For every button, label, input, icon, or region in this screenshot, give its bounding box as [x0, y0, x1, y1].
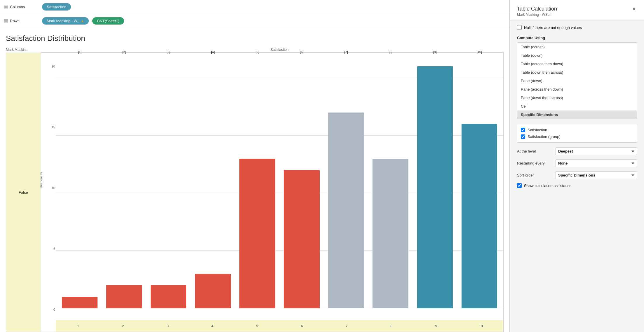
svg-rect-6	[4, 21, 8, 22]
rows-label: Rows	[4, 19, 39, 23]
bars-inner: [1] [2] [3]	[56, 55, 503, 308]
bars-area: Responses 0 5 10 15 20	[41, 52, 504, 332]
x-axis: 1 2 3 4 5 6 7 8 9 10	[56, 320, 503, 332]
chart-main-area: False Responses 0 5 10 15 20	[6, 52, 504, 332]
bar-group-8: [8]	[370, 55, 412, 308]
x-tick-10: 10	[459, 320, 503, 332]
bar-group-3: [3]	[147, 55, 189, 308]
bar-3	[151, 285, 186, 308]
y-tick-20: 20	[52, 65, 55, 68]
svg-rect-1	[5, 6, 6, 8]
dimension-satisfaction-label: Satisfaction	[528, 128, 547, 132]
panel-title-group: Table Calculation Mark Masking - WSum	[517, 6, 557, 17]
columns-toolbar-row: Columns Satisfaction	[0, 0, 509, 14]
bar-9	[417, 66, 453, 308]
x-tick-2: 2	[100, 320, 145, 332]
svg-rect-4	[4, 19, 8, 20]
warning-triangle-icon: ▲	[81, 19, 84, 23]
y-tick-10: 10	[52, 186, 55, 190]
sort-order-select[interactable]: Specific Dimensions Data Source Order Al…	[556, 171, 637, 179]
bar-2	[106, 285, 142, 308]
panel-body: Null if there are not enough values Comp…	[510, 20, 644, 332]
bar-label-7: [7]	[344, 50, 348, 54]
bar-8	[373, 159, 408, 308]
x-tick-7: 7	[324, 320, 369, 332]
bar-label-4: [4]	[211, 50, 215, 54]
chart-container: Satisfaction Distribution Mark Maskin.. …	[0, 28, 509, 332]
compute-cell[interactable]: Cell	[517, 102, 637, 110]
bar-5	[239, 159, 275, 308]
show-assistance-label: Show calculation assistance	[524, 184, 572, 188]
bar-group-6: [6]	[281, 55, 323, 308]
restarting-every-label: Restarting every	[517, 161, 552, 165]
compute-pane-down-then-across[interactable]: Pane (down then across)	[517, 94, 637, 102]
x-tick-5: 5	[235, 320, 279, 332]
mark-masking-col-header: Mark Maskin..	[6, 48, 55, 52]
sort-order-label: Sort order	[517, 173, 552, 177]
show-assistance-checkbox[interactable]	[517, 183, 522, 188]
null-values-label: Null if there are not enough values	[524, 25, 582, 30]
bar-4	[195, 274, 231, 308]
at-the-level-row: At the level Deepest Satisfaction Satisf…	[517, 147, 637, 155]
svg-rect-5	[4, 20, 8, 21]
bar-group-7: [7]	[325, 55, 367, 308]
bar-group-5: [5]	[236, 55, 278, 308]
bar-label-9: [9]	[433, 50, 437, 54]
table-calculation-panel: Table Calculation Mark Masking - WSum × …	[510, 0, 644, 332]
bar-group-1: [1]	[59, 55, 101, 308]
null-values-checkbox[interactable]	[517, 25, 522, 30]
y-tick-15: 15	[52, 125, 55, 129]
x-tick-8: 8	[369, 320, 414, 332]
dimension-satisfaction-checkbox[interactable]	[521, 128, 525, 132]
bars-grid: [1] [2] [3]	[56, 55, 503, 308]
dimension-satisfaction-group: Satisfaction (group)	[521, 133, 633, 140]
columns-satisfaction-pill[interactable]: Satisfaction	[42, 3, 71, 11]
bar-group-4: [4]	[192, 55, 234, 308]
compute-pane-down[interactable]: Pane (down)	[517, 77, 637, 85]
rows-cnt-pill[interactable]: CNT(Sheet1)	[92, 17, 124, 25]
show-assistance-row: Show calculation assistance	[517, 183, 637, 188]
bar-group-10: [10]	[458, 55, 500, 308]
columns-label: Columns	[4, 5, 39, 9]
y-axis-label: Responses	[39, 172, 43, 188]
dimension-satisfaction: Satisfaction	[521, 127, 633, 133]
chart-panel: Columns Satisfaction Rows Mark Masking -…	[0, 0, 510, 332]
bar-group-9: [9]	[414, 55, 456, 308]
rows-icon	[4, 19, 8, 23]
bar-label-1: [1]	[78, 50, 81, 54]
at-the-level-select[interactable]: Deepest Satisfaction Satisfaction (group…	[556, 147, 637, 155]
bar-7	[328, 113, 364, 308]
at-the-level-label: At the level	[517, 149, 552, 153]
compute-table-down[interactable]: Table (down)	[517, 51, 637, 60]
compute-table-down-then-across[interactable]: Table (down then across)	[517, 68, 637, 77]
x-tick-9: 9	[414, 320, 458, 332]
dimension-satisfaction-group-label: Satisfaction (group)	[528, 134, 561, 139]
bar-label-8: [8]	[389, 50, 392, 54]
compute-table-across-then-down[interactable]: Table (across then down)	[517, 60, 637, 68]
compute-table-across[interactable]: Table (across)	[517, 43, 637, 51]
bar-group-2: [2]	[103, 55, 145, 308]
rows-mark-masking-pill[interactable]: Mark Masking - W.. ▲	[42, 17, 89, 25]
close-button[interactable]: ×	[631, 6, 637, 13]
compute-pane-across-then-down[interactable]: Pane (across then down)	[517, 85, 637, 94]
restarting-every-select[interactable]: None Satisfaction Satisfaction (group)	[556, 159, 637, 167]
svg-rect-7	[4, 23, 8, 23]
dimension-satisfaction-group-checkbox[interactable]	[521, 134, 525, 139]
panel-header: Table Calculation Mark Masking - WSum ×	[510, 0, 644, 20]
compute-specific-dimensions[interactable]: Specific Dimensions	[517, 110, 637, 119]
panel-title: Table Calculation	[517, 6, 557, 12]
svg-rect-2	[6, 6, 7, 8]
bar-label-5: [5]	[255, 50, 259, 54]
bar-10	[462, 124, 497, 308]
bar-label-2: [2]	[122, 50, 126, 54]
svg-rect-0	[4, 6, 5, 8]
compute-using-label: Compute Using	[517, 36, 637, 40]
sort-order-row: Sort order Specific Dimensions Data Sour…	[517, 171, 637, 179]
rows-toolbar-row: Rows Mark Masking - W.. ▲ CNT(Sheet1)	[0, 14, 509, 28]
y-tick-0: 0	[53, 308, 55, 311]
columns-icon	[4, 5, 8, 9]
bar-label-3: [3]	[167, 50, 170, 54]
y-tick-5: 5	[53, 247, 55, 250]
x-tick-3: 3	[145, 320, 190, 332]
chart-body: Mark Maskin.. Satisfaction False Respons…	[6, 48, 504, 332]
